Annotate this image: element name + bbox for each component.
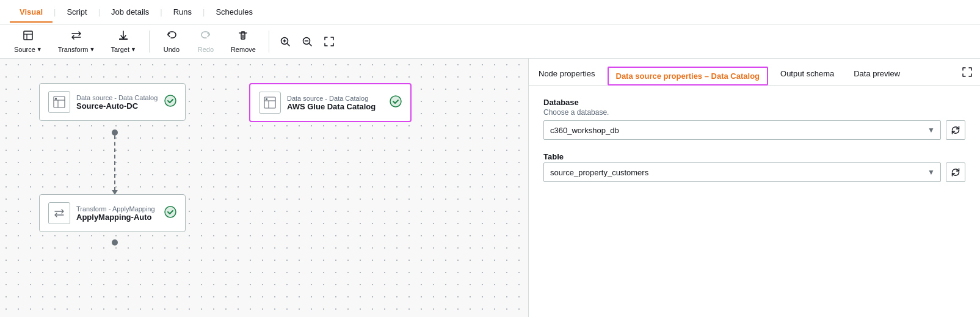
- transform-label: Transform: [58, 46, 89, 53]
- toolbar: Source ▼ Transform ▼ Target ▼: [0, 24, 980, 59]
- node-aws-glue-icon: [259, 92, 281, 114]
- node1-subtitle: Data source - Data Catalog: [76, 94, 158, 101]
- connector-line-1: [114, 136, 115, 191]
- database-refresh-button[interactable]: [946, 120, 965, 140]
- tab-node-properties[interactable]: Node properties: [529, 63, 605, 86]
- tab-visual[interactable]: Visual: [10, 2, 53, 23]
- svg-rect-16: [55, 98, 57, 100]
- node2-check: [390, 95, 402, 111]
- right-panel: Node properties Data source properties –…: [528, 59, 980, 317]
- canvas[interactable]: Data source - Data Catalog Source-Auto-D…: [0, 59, 528, 317]
- node1-title: Source-Auto-DC: [76, 101, 158, 111]
- tab-output-schema[interactable]: Output schema: [771, 63, 844, 86]
- divider-2: [269, 31, 269, 53]
- node-aws-glue[interactable]: Data source - Data Catalog AWS Glue Data…: [249, 83, 412, 122]
- divider-1: [149, 31, 150, 53]
- fit-view-button[interactable]: [319, 32, 339, 51]
- source-label: Source: [14, 46, 35, 53]
- table-select-wrapper: source_property_customers ▼: [543, 162, 941, 182]
- transform-icon: [70, 29, 82, 45]
- database-row: c360_workshop_db ▼: [543, 120, 965, 140]
- undo-icon: [165, 29, 178, 45]
- node3-subtitle: Transform - ApplyMapping: [76, 205, 158, 213]
- connector-dot-1: [112, 129, 118, 136]
- connector-dot-2: [112, 239, 118, 246]
- target-label: Target: [111, 46, 129, 53]
- node-apply-mapping-icon: [48, 202, 70, 224]
- tab-script[interactable]: Script: [57, 2, 96, 23]
- database-select-wrapper: c360_workshop_db ▼: [543, 120, 941, 140]
- tab-data-preview[interactable]: Data preview: [844, 63, 910, 86]
- node-source-auto-dc[interactable]: Data source - Data Catalog Source-Auto-D…: [39, 83, 186, 121]
- database-label: Database: [543, 98, 965, 107]
- svg-line-9: [287, 43, 289, 46]
- top-tab-bar: Visual | Script | Job details | Runs | S…: [0, 0, 980, 24]
- node-source-auto-dc-icon: [48, 91, 70, 113]
- tab-schedules[interactable]: Schedules: [206, 2, 263, 23]
- redo-label: Redo: [198, 46, 214, 53]
- node2-subtitle: Data source - Data Catalog: [287, 95, 383, 102]
- target-button[interactable]: Target ▼: [104, 25, 143, 57]
- table-label: Table: [543, 152, 965, 161]
- table-field-group: Table source_property_customers ▼: [543, 152, 965, 182]
- undo-button[interactable]: Undo: [156, 25, 187, 57]
- table-row: source_property_customers ▼: [543, 162, 965, 182]
- remove-button[interactable]: Remove: [224, 25, 263, 57]
- undo-label: Undo: [164, 46, 180, 53]
- remove-label: Remove: [231, 46, 256, 53]
- source-icon: [22, 29, 34, 45]
- svg-rect-3: [119, 38, 128, 40]
- node-apply-mapping[interactable]: Transform - ApplyMapping ApplyMapping-Au…: [39, 194, 186, 232]
- svg-line-12: [309, 43, 311, 46]
- node3-title: ApplyMapping-Auto: [76, 213, 158, 222]
- node1-check: [164, 95, 176, 110]
- source-button[interactable]: Source ▼: [7, 25, 49, 57]
- target-icon: [117, 29, 129, 45]
- zoom-in-button[interactable]: [275, 32, 295, 51]
- redo-button[interactable]: Redo: [190, 25, 222, 57]
- tab-runs[interactable]: Runs: [164, 2, 201, 23]
- transform-button[interactable]: Transform ▼: [51, 25, 102, 57]
- svg-rect-24: [266, 98, 267, 100]
- tab-data-source-properties[interactable]: Data source properties – Data Catalog: [608, 67, 769, 86]
- node2-title: AWS Glue Data Catalog: [287, 102, 383, 111]
- remove-icon: [237, 29, 249, 45]
- main-area: Data source - Data Catalog Source-Auto-D…: [0, 59, 980, 317]
- database-field-group: Database Choose a database. c360_worksho…: [543, 98, 965, 140]
- redo-icon: [200, 29, 212, 45]
- zoom-out-button[interactable]: [297, 32, 317, 51]
- database-hint: Choose a database.: [543, 108, 965, 117]
- panel-tab-bar: Node properties Data source properties –…: [529, 59, 980, 86]
- panel-content: Database Choose a database. c360_worksho…: [529, 86, 980, 317]
- tab-job-details[interactable]: Job details: [101, 2, 159, 23]
- table-select[interactable]: source_property_customers: [543, 162, 941, 182]
- table-refresh-button[interactable]: [946, 162, 965, 182]
- expand-panel-button[interactable]: [954, 62, 980, 85]
- svg-rect-0: [24, 31, 32, 40]
- node3-check: [164, 206, 176, 221]
- database-select[interactable]: c360_workshop_db: [543, 120, 941, 140]
